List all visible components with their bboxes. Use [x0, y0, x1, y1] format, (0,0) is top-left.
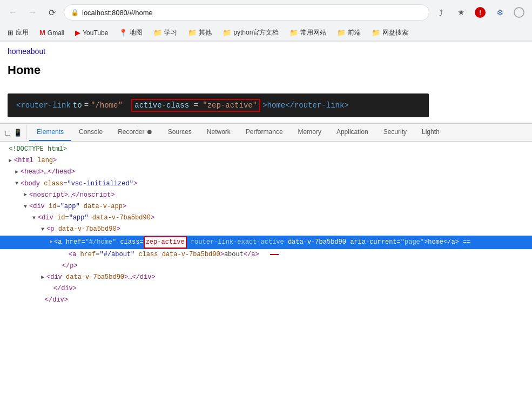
- body-bracket: >: [133, 179, 137, 189]
- code-equals-1: =: [84, 101, 89, 110]
- address-bar[interactable]: 🔒 localhost:8080/#/home: [64, 4, 429, 21]
- head-arrow[interactable]: ►: [15, 168, 18, 177]
- dom-line-div-inner[interactable]: ▼ <div id = "app" data-v-7ba5bd90 >: [0, 212, 532, 224]
- a-about-open-tag: <a: [69, 250, 80, 260]
- folder-icon-2: 📁: [188, 29, 197, 37]
- tab-performance[interactable]: Performance: [238, 124, 291, 141]
- page-nav-links: home about: [8, 47, 524, 56]
- bookmark-maps[interactable]: 📍 地图: [117, 27, 145, 38]
- lock-icon: 🔒: [71, 9, 79, 16]
- div-app-arrow[interactable]: ▼: [24, 203, 27, 211]
- dom-line-div-v[interactable]: ► <div data-v-7ba5bd90 >…</div>: [0, 272, 532, 283]
- div-v-attr: data-v-7ba5bd90: [66, 272, 124, 283]
- forward-button[interactable]: →: [25, 5, 40, 20]
- bookmark-python[interactable]: 📁 python官方文档: [220, 27, 281, 38]
- dom-line-doctype: <!DOCTYPE html>: [0, 144, 532, 155]
- profile-icon[interactable]: [511, 5, 527, 20]
- tab-elements[interactable]: Elements: [29, 124, 71, 141]
- html-arrow[interactable]: ►: [9, 157, 12, 165]
- red-dash-indicator: [270, 254, 279, 255]
- dom-line-a-home[interactable]: ► <a href = "#/home" class = zep-active …: [0, 236, 532, 249]
- noscript-tag: <noscript>…</noscript>: [29, 190, 115, 200]
- tab-lighthouse[interactable]: Lighth: [414, 124, 447, 141]
- dom-line-close-div-2: </div>: [0, 295, 532, 304]
- apps-icon: ⊞: [8, 29, 14, 37]
- reload-button[interactable]: ⟳: [44, 5, 59, 20]
- page-content: home about Home: [0, 42, 532, 88]
- nav-bar: ← → ⟳ 🔒 localhost:8080/#/home ⤴ ★ ! ❄: [0, 0, 532, 25]
- code-to-attr: to: [73, 101, 82, 110]
- folder-icon-3: 📁: [289, 29, 298, 37]
- bookmark-common-label: 常用网站: [300, 28, 326, 37]
- extension-icon-blue[interactable]: ❄: [492, 5, 507, 20]
- code-tooltip: <router-link to = "/home" active-class =…: [8, 93, 429, 117]
- dom-line-body[interactable]: ▼ <body class = "vsc-initialized" >: [0, 178, 532, 190]
- code-router-link-tag: <router-link: [16, 101, 71, 110]
- tab-application[interactable]: Application: [329, 124, 376, 141]
- bookmark-frontend[interactable]: 📁 前端: [335, 27, 363, 38]
- code-active-class-val: "zep-active": [203, 101, 257, 110]
- browser-chrome: ← → ⟳ 🔒 localhost:8080/#/home ⤴ ★ ! ❄ ⊞ …: [0, 0, 532, 42]
- a-home-href-attr: href: [66, 237, 82, 248]
- html-close-bracket: >: [53, 156, 57, 166]
- div-inner-v-attr: data-v-7ba5bd90: [92, 213, 151, 223]
- home-link[interactable]: home: [8, 47, 26, 56]
- a-about-href-attr: href: [80, 250, 96, 260]
- device-toolbar-icon[interactable]: 📱: [14, 129, 22, 137]
- folder-icon-4: 📁: [337, 29, 346, 37]
- share-icon[interactable]: ⤴: [434, 5, 449, 20]
- a-about-class-attr: class: [138, 250, 158, 260]
- code-active-class-attr: active-class: [134, 101, 189, 110]
- nav-icons: ⤴ ★ ! ❄: [434, 5, 527, 20]
- div-inner-arrow[interactable]: ▼: [32, 214, 36, 223]
- tab-security[interactable]: Security: [376, 124, 414, 141]
- folder-icon-5: 📁: [372, 29, 380, 37]
- tab-sources[interactable]: Sources: [160, 124, 199, 141]
- bookmark-common[interactable]: 📁 常用网站: [287, 27, 328, 38]
- bookmark-study[interactable]: 📁 学习: [151, 27, 179, 38]
- bookmark-youtube[interactable]: ▶ YouTube: [73, 28, 110, 38]
- close-div-2-tag: </div>: [45, 295, 68, 304]
- equals-body: =: [63, 179, 67, 189]
- noscript-arrow[interactable]: ►: [24, 191, 27, 199]
- dom-line-html[interactable]: ► <html lang >: [0, 155, 532, 166]
- a-home-class-attr: class: [120, 237, 139, 248]
- doctype-text: <!DOCTYPE html>: [9, 144, 67, 155]
- tab-recorder[interactable]: Recorder ⏺: [110, 124, 160, 141]
- body-arrow[interactable]: ▼: [15, 179, 18, 188]
- a-home-aria-attr: aria-current: [350, 237, 396, 248]
- body-open-tag: <body: [21, 179, 44, 189]
- bookmark-netdisk-label: 网盘搜索: [382, 28, 408, 37]
- bookmark-apps[interactable]: ⊞ 应用: [5, 27, 31, 38]
- bookmark-netdisk[interactable]: 📁 网盘搜索: [369, 27, 410, 38]
- a-home-class-more: router-link-exact-active: [187, 237, 284, 248]
- back-button[interactable]: ←: [5, 5, 21, 20]
- a-home-href-val: "#/home": [85, 237, 117, 248]
- inspect-element-icon[interactable]: □: [5, 128, 10, 137]
- body-class-val: "vsc-initialized": [67, 179, 133, 189]
- bookmark-icon[interactable]: ★: [453, 5, 468, 20]
- bookmark-other[interactable]: 📁 其他: [186, 27, 214, 38]
- dom-line-p[interactable]: ▼ <p data-v-7ba5bd90 >: [0, 224, 532, 235]
- devtools-panel: □ 📱 Elements Console Recorder ⏺ Sources …: [0, 123, 532, 304]
- a-home-v-attr: data-v-7ba5bd90: [288, 237, 346, 248]
- tab-network[interactable]: Network: [199, 124, 238, 141]
- p-arrow[interactable]: ▼: [41, 225, 44, 234]
- div-v-arrow[interactable]: ►: [41, 273, 44, 282]
- dom-line-noscript[interactable]: ► <noscript>…</noscript>: [0, 190, 532, 201]
- dom-line-head[interactable]: ► <head>…</head>: [0, 166, 532, 178]
- page-title: Home: [8, 63, 524, 77]
- bookmark-gmail[interactable]: M Gmail: [37, 28, 66, 38]
- selected-indicator: ►: [50, 238, 53, 246]
- tab-console[interactable]: Console: [71, 124, 110, 141]
- address-text: localhost:8080/#/home: [82, 9, 422, 17]
- dom-line-div-app[interactable]: ▼ <div id = "app" data-v-app >: [0, 201, 532, 212]
- bookmarks-bar: ⊞ 应用 M Gmail ▶ YouTube 📍 地图 📁 学习 📁 其他 📁 …: [0, 25, 532, 41]
- about-link[interactable]: about: [26, 47, 45, 56]
- dom-line-a-about[interactable]: <a href = "#/about" class data-v-7ba5bd9…: [0, 249, 532, 260]
- close-div-1-tag: </div>: [53, 284, 77, 294]
- body-class-attr: class: [44, 179, 63, 189]
- extension-icon-red[interactable]: !: [473, 5, 488, 20]
- tab-memory[interactable]: Memory: [291, 124, 329, 141]
- devtools-dom-content: <!DOCTYPE html> ► <html lang > ► <head>……: [0, 142, 532, 304]
